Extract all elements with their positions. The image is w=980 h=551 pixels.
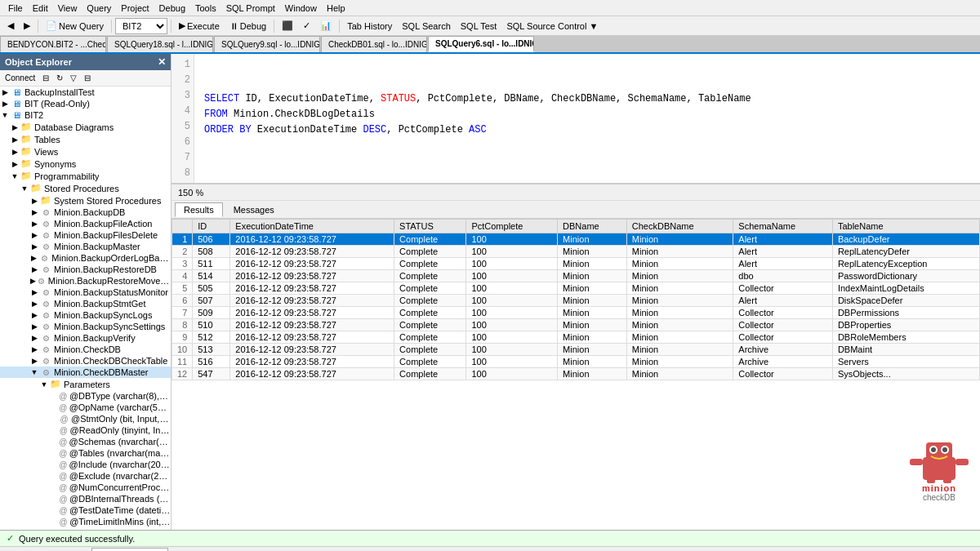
table-row[interactable]: 1 506 2016-12-12 09:23:58.727 Complete 1…: [172, 233, 980, 246]
tree-toggle[interactable]: ▶: [29, 220, 39, 228]
menu-query[interactable]: Query: [82, 2, 116, 15]
table-row[interactable]: 9 512 2016-12-12 09:23:58.727 Complete 1…: [172, 331, 980, 344]
tree-item[interactable]: ▶⚙Minion.BackupSyncSettings: [0, 321, 171, 332]
results-tab[interactable]: Results: [175, 202, 223, 217]
menu-sqlprompt[interactable]: SQL Prompt: [221, 2, 280, 15]
tree-item[interactable]: @@Tables (nvarchar(max), Input, Def...: [0, 447, 171, 459]
menu-tools[interactable]: Tools: [190, 2, 221, 15]
col-pct[interactable]: PctComplete: [466, 220, 558, 233]
col-checkdbname[interactable]: CheckDBName: [626, 220, 733, 233]
new-query-button[interactable]: 📄 New Query: [42, 18, 108, 34]
table-row[interactable]: 6 507 2016-12-12 09:23:58.727 Complete 1…: [172, 295, 980, 307]
tree-item[interactable]: ▶⚙Minion.BackupMaster: [0, 241, 171, 252]
tree-item[interactable]: ▶⚙Minion.BackupStmtGet: [0, 298, 171, 309]
database-selector[interactable]: BIT2: [115, 18, 167, 34]
tree-item[interactable]: ▶📁Database Diagrams: [0, 121, 171, 133]
filter-button[interactable]: ▽: [67, 72, 80, 84]
display-results-button[interactable]: 📊: [316, 18, 336, 34]
forward-button[interactable]: ▶: [20, 18, 34, 34]
refresh-explorer-button[interactable]: ↻: [53, 72, 66, 84]
connect-button[interactable]: Connect: [2, 72, 38, 84]
table-row[interactable]: 11 516 2016-12-12 09:23:58.727 Complete …: [172, 356, 980, 368]
tree-item[interactable]: ▼📁Stored Procedures: [0, 182, 171, 194]
col-status[interactable]: STATUS: [394, 220, 466, 233]
parse-button[interactable]: ✓: [299, 18, 314, 34]
code-content[interactable]: SELECT ID, ExecutionDateTime, STATUS, Pc…: [198, 57, 980, 188]
tree-item[interactable]: ▶⚙Minion.CheckDB: [0, 344, 171, 355]
disconnect-button[interactable]: ⊟: [39, 72, 52, 84]
menu-project[interactable]: Project: [116, 2, 154, 15]
menu-edit[interactable]: Edit: [28, 2, 53, 15]
tree-toggle[interactable]: ▼: [39, 380, 49, 389]
bottom-tab-find[interactable]: Find and Replace: [3, 548, 88, 552]
tree-item[interactable]: ▶📁Synonyms: [0, 158, 171, 170]
messages-tab[interactable]: Messages: [225, 202, 283, 217]
tab-0[interactable]: BENDYCON.BIT2 - ...CheckDBSettingsDB: [0, 36, 106, 52]
tree-item[interactable]: ▶📁System Stored Procedures: [0, 194, 171, 207]
tree-item[interactable]: @@Include (nvarchar(2000), Input, De...: [0, 459, 171, 470]
tree-toggle[interactable]: ▶: [10, 160, 20, 168]
tab-4[interactable]: SQLQuery6.sql - lo...IDNIGHT\sean (54)*: [428, 36, 534, 52]
menu-file[interactable]: File: [3, 2, 28, 15]
tree-item[interactable]: @@FailJobOnError (bit, Input, Default): [0, 527, 171, 530]
tree-item[interactable]: ▶🖥BIT (Read-Only): [0, 98, 171, 109]
menu-view[interactable]: View: [53, 2, 82, 15]
tree-item[interactable]: @@TestDateTime (datetime, Input, D...: [0, 504, 171, 516]
tree-toggle[interactable]: ▶: [29, 197, 39, 205]
tree-toggle[interactable]: ▶: [0, 88, 10, 96]
tree-item[interactable]: ▶⚙Minion.BackupDB: [0, 207, 171, 218]
tree-item[interactable]: ▶⚙Minion.BackupVerify: [0, 332, 171, 344]
sql-source-control-button[interactable]: SQL Source Control ▼: [502, 18, 602, 34]
tree-toggle[interactable]: ▶: [29, 357, 39, 365]
tree-item[interactable]: ▼⚙Minion.CheckDBMaster: [0, 367, 171, 378]
table-row[interactable]: 10 513 2016-12-12 09:23:58.727 Complete …: [172, 344, 980, 356]
tree-toggle[interactable]: ▶: [29, 334, 39, 342]
sql-search-button[interactable]: SQL Search: [398, 18, 455, 34]
query-editor[interactable]: 12345678 SELECT ID, ExecutionDateTime, S…: [172, 54, 980, 184]
results-table-container[interactable]: ID ExecutionDateTime STATUS PctComplete …: [172, 219, 980, 530]
tab-1[interactable]: SQLQuery18.sql - l...IDNIGHT\sean (58)*: [107, 36, 213, 52]
tree-item[interactable]: ▶⚙Minion.BackupRestoreMoveLocationsGet: [0, 275, 171, 287]
tree-item[interactable]: @@DBType (varchar(8), Input, Default): [0, 390, 171, 402]
back-button[interactable]: ◀: [3, 18, 18, 34]
col-dbname[interactable]: DBName: [558, 220, 627, 233]
table-row[interactable]: 8 510 2016-12-12 09:23:58.727 Complete 1…: [172, 319, 980, 331]
tree-toggle[interactable]: ▶: [29, 208, 39, 216]
tree-toggle[interactable]: ▶: [0, 100, 10, 108]
execute-button[interactable]: ▶ Execute: [175, 18, 224, 34]
tab-history-button[interactable]: Tab History: [343, 18, 396, 34]
tree-item[interactable]: ▶⚙Minion.BackupRestoreDB: [0, 264, 171, 275]
tree-toggle[interactable]: ▶: [29, 265, 39, 273]
tree-item[interactable]: ▼📁Programmability: [0, 170, 171, 182]
col-schema[interactable]: SchemaName: [733, 220, 833, 233]
tree-item[interactable]: @@Schemas (nvarchar(max), Input, C...: [0, 436, 171, 447]
tree-item[interactable]: ▼📁Parameters: [0, 378, 171, 390]
tree-toggle[interactable]: ▼: [0, 111, 10, 119]
tree-toggle[interactable]: ▶: [29, 277, 37, 285]
stop-button[interactable]: ⬛: [278, 18, 297, 34]
table-row[interactable]: 12 547 2016-12-12 09:23:58.727 Complete …: [172, 368, 980, 380]
tree-item[interactable]: @@StmtOnly (bit, Input, Default): [0, 413, 171, 424]
tree-item[interactable]: ▶⚙Minion.BackupStatusMonitor: [0, 287, 171, 298]
tree-item[interactable]: ▼🖥BIT2: [0, 109, 171, 121]
tree-toggle[interactable]: ▼: [10, 172, 20, 180]
col-datetime[interactable]: ExecutionDateTime: [230, 220, 394, 233]
tree-toggle[interactable]: ▶: [10, 136, 20, 144]
tree-item[interactable]: ▶⚙Minion.BackupFileAction: [0, 218, 171, 229]
tree-item[interactable]: ▶⚙Minion.BackupSyncLogs: [0, 309, 171, 321]
tree-toggle[interactable]: ▶: [29, 242, 39, 251]
tree-item[interactable]: @@Exclude (nvarchar(2000), Input, D...: [0, 470, 171, 482]
menu-help[interactable]: Help: [322, 2, 350, 15]
table-row[interactable]: 2 508 2016-12-12 09:23:58.727 Complete 1…: [172, 246, 980, 258]
tree-toggle[interactable]: ▶: [29, 288, 39, 296]
tree-item[interactable]: ▶⚙Minion.CheckDBCheckTable: [0, 355, 171, 367]
tree-item[interactable]: @@ReadOnly (tinyint, Input, Default): [0, 424, 171, 436]
tree-item[interactable]: ▶⚙Minion.BackupFilesDelete: [0, 229, 171, 241]
bottom-tab-explorer[interactable]: Object Explorer: [91, 548, 168, 552]
sql-test-button[interactable]: SQL Test: [457, 18, 501, 34]
tree-item[interactable]: @@DBInternalThreads (tinyint, Input...: [0, 493, 171, 504]
tree-toggle[interactable]: ▶: [29, 311, 39, 319]
tree-toggle[interactable]: ▶: [29, 231, 39, 239]
tree-item[interactable]: ▶⚙Minion.BackupOrderLogBackups: [0, 252, 171, 264]
col-id[interactable]: ID: [193, 220, 230, 233]
